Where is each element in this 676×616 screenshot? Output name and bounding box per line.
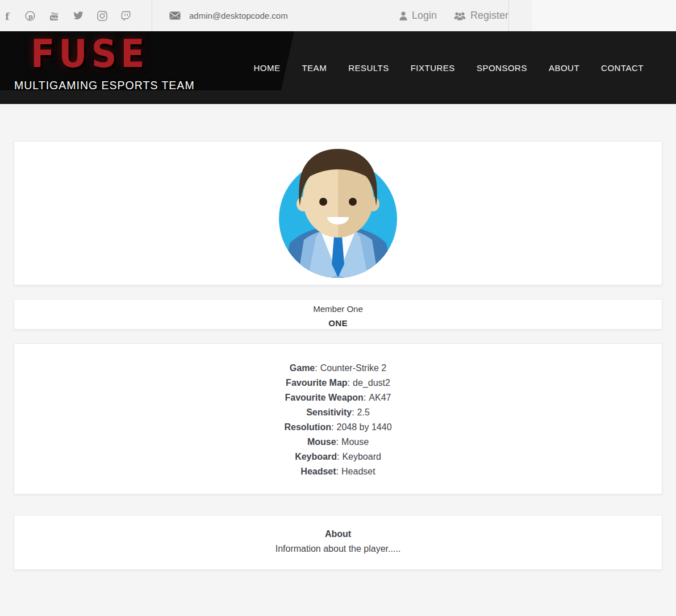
login-label: Login	[412, 10, 437, 22]
svg-text:You: You	[51, 11, 58, 15]
member-tag: ONE	[14, 316, 662, 330]
logo-subtitle: MULTIGAMING ESPORTS TEAM	[14, 79, 195, 92]
stat-row-resolution: Resolution:2048 by 1440	[14, 420, 662, 435]
main-content: Member One ONE Game:Counter-Strike 2 Fav…	[0, 104, 676, 616]
social-link-instagram[interactable]	[97, 11, 107, 21]
stat-row-favourite-map: Favourite Map:de_dust2	[14, 376, 662, 390]
pinterest-icon: p	[25, 11, 35, 21]
site-logo[interactable]: FUSE MULTIGAMING ESPORTS TEAM	[0, 31, 294, 90]
topbar-divider-right	[508, 0, 509, 31]
envelope-icon	[169, 11, 181, 20]
login-link[interactable]: Login	[399, 10, 437, 22]
social-link-twitter[interactable]	[73, 11, 84, 20]
about-text: Information about the player.....	[14, 542, 662, 556]
member-stats-card: Game:Counter-Strike 2 Favourite Map:de_d…	[14, 343, 662, 494]
social-link-youtube[interactable]: YouTube	[49, 11, 59, 21]
topbar-right-spacer	[532, 0, 676, 31]
svg-text:f: f	[5, 11, 10, 21]
email-text[interactable]: admin@desktopcode.com	[189, 11, 288, 20]
register-label: Register	[470, 10, 508, 22]
svg-text:Tube: Tube	[51, 16, 59, 19]
stat-row-sensitivity: Sensitivity:2.5	[14, 405, 662, 420]
nav-item-results[interactable]: RESULTS	[348, 63, 389, 73]
users-icon	[454, 11, 466, 20]
avatar-card	[14, 141, 662, 285]
user-icon	[399, 11, 407, 20]
nav-item-home[interactable]: HOME	[253, 63, 280, 73]
nav-item-sponsors[interactable]: SPONSORS	[477, 63, 527, 73]
twitch-icon	[121, 11, 131, 21]
auth-links: Login Register	[399, 0, 508, 31]
member-name-card: Member One ONE	[14, 299, 662, 330]
member-avatar	[278, 148, 398, 278]
nav-item-contact[interactable]: CONTACT	[601, 63, 644, 73]
stat-row-mouse: Mouse:Mouse	[14, 435, 662, 449]
facebook-icon: f	[5, 11, 11, 21]
site-header: FUSE MULTIGAMING ESPORTS TEAM HOME TEAM …	[0, 31, 676, 104]
social-link-facebook[interactable]: f	[5, 11, 11, 21]
stat-row-keyboard: Keyboard:Keyboard	[14, 449, 662, 464]
social-link-pinterest[interactable]: p	[25, 11, 35, 21]
svg-text:p: p	[28, 13, 33, 20]
nav-item-team[interactable]: TEAM	[302, 63, 327, 73]
instagram-icon	[97, 11, 107, 21]
member-name: Member One	[14, 302, 662, 316]
main-nav: HOME TEAM RESULTS FIXTURES SPONSORS ABOU…	[253, 31, 644, 104]
logo-text: FUSE	[31, 31, 149, 76]
nav-item-about[interactable]: ABOUT	[549, 63, 579, 73]
social-link-twitch[interactable]	[121, 11, 131, 21]
stat-row-headset: Headset:Headset	[14, 464, 662, 479]
about-card: About Information about the player.....	[14, 515, 662, 570]
nav-item-fixtures[interactable]: FIXTURES	[411, 63, 455, 73]
about-title: About	[14, 527, 662, 542]
register-link[interactable]: Register	[454, 10, 508, 22]
stat-row-game: Game:Counter-Strike 2	[14, 361, 662, 376]
top-utility-bar: f p YouTube admin@desktopcode.com Login …	[0, 0, 676, 31]
twitter-icon	[73, 11, 84, 20]
stat-row-favourite-weapon: Favourite Weapon:AK47	[14, 390, 662, 405]
social-icons-row: f p YouTube	[0, 0, 152, 31]
youtube-icon: YouTube	[49, 11, 59, 21]
contact-email: admin@desktopcode.com	[152, 0, 288, 31]
